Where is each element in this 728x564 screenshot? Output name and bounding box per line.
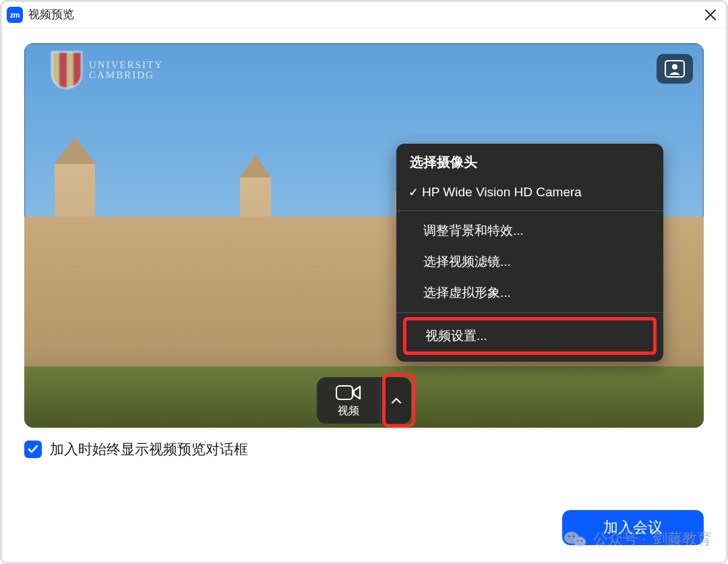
menu-item-label: 选择虚拟形象... — [423, 284, 511, 302]
video-options-chevron-button[interactable] — [380, 377, 411, 424]
always-show-preview-label: 加入时始终显示视频预览对话框 — [50, 440, 248, 459]
close-icon — [704, 9, 717, 21]
chevron-up-icon — [391, 397, 402, 404]
video-preview-dialog: zm 视频预览 UNIVERSITY CAMBRIDG — [0, 0, 728, 564]
camera-select-menu: 选择摄像头 HP Wide Vision HD Camera 调整背景和特效..… — [396, 144, 663, 362]
menu-item-label: 选择视频滤镜... — [423, 253, 511, 271]
video-camera-icon — [336, 384, 361, 401]
camera-option-hp[interactable]: HP Wide Vision HD Camera — [396, 178, 663, 206]
check-icon — [408, 185, 422, 200]
crest-text-line2: CAMBRIDG — [89, 70, 163, 80]
toggle-video-button[interactable]: 视频 — [317, 377, 380, 424]
close-button[interactable] — [700, 4, 721, 26]
join-meeting-button[interactable]: 加入会议 — [562, 510, 704, 545]
crest-shield-icon — [51, 51, 82, 89]
video-preview-area: UNIVERSITY CAMBRIDG 选择摄像头 HP Wide Vision… — [24, 43, 704, 428]
always-show-preview-row: 加入时始终显示视频预览对话框 — [24, 440, 704, 459]
crest-text-line1: UNIVERSITY — [89, 60, 163, 70]
menu-choose-filter[interactable]: 选择视频滤镜... — [396, 246, 663, 277]
video-button-label: 视频 — [338, 404, 359, 418]
menu-choose-avatar[interactable]: 选择虚拟形象... — [396, 277, 663, 308]
virtual-background-button[interactable] — [657, 54, 693, 84]
person-in-frame-icon — [665, 60, 685, 78]
menu-divider — [396, 312, 663, 313]
always-show-preview-checkbox[interactable] — [24, 441, 42, 458]
app-logo: zm — [7, 7, 23, 23]
menu-item-label: 调整背景和特效... — [423, 222, 524, 239]
menu-adjust-background[interactable]: 调整背景和特效... — [396, 215, 663, 246]
dialog-title: 视频预览 — [28, 7, 74, 22]
title-bar: zm 视频预览 — [1, 1, 727, 28]
camera-menu-header: 选择摄像头 — [396, 144, 663, 178]
svg-rect-2 — [336, 386, 353, 399]
camera-option-label: HP Wide Vision HD Camera — [422, 185, 582, 200]
menu-item-label: 视频设置... — [425, 329, 487, 343]
menu-divider — [396, 210, 663, 211]
video-control-cluster: 视频 — [317, 377, 411, 424]
cambridge-crest: UNIVERSITY CAMBRIDG — [51, 51, 163, 89]
checkmark-icon — [28, 445, 38, 454]
svg-point-1 — [672, 64, 677, 69]
menu-video-settings[interactable]: 视频设置... — [403, 317, 657, 355]
